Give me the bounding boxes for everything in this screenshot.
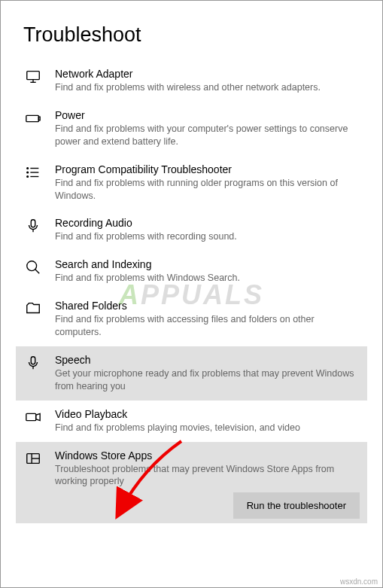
svg-marker-21 — [36, 413, 40, 420]
item-title: Network Adapter — [55, 68, 360, 80]
item-desc: Find and fix problems with recording sou… — [55, 230, 360, 243]
battery-icon — [23, 109, 43, 129]
troubleshooter-item-video-playback[interactable]: Video Playback Find and fix problems pla… — [23, 401, 360, 442]
item-title: Shared Folders — [55, 300, 360, 312]
item-desc: Find and fix problems with your computer… — [55, 123, 360, 148]
troubleshooter-item-speech[interactable]: Speech Get your microphone ready and fix… — [16, 346, 367, 401]
svg-rect-20 — [26, 413, 36, 420]
item-desc: Troubleshoot problems that may prevent W… — [55, 463, 360, 489]
svg-point-16 — [27, 261, 37, 271]
item-title: Windows Store Apps — [55, 449, 360, 462]
svg-rect-18 — [31, 357, 35, 364]
microphone-icon — [23, 354, 43, 373]
svg-point-12 — [27, 172, 29, 173]
svg-line-17 — [35, 270, 40, 274]
item-title: Recording Audio — [55, 217, 360, 229]
run-troubleshooter-button[interactable]: Run the troubleshooter — [233, 492, 360, 519]
svg-point-13 — [27, 175, 29, 177]
svg-rect-4 — [38, 117, 40, 120]
item-title: Video Playback — [55, 408, 360, 420]
svg-rect-14 — [31, 220, 35, 227]
svg-point-11 — [27, 167, 29, 169]
page-title: Troubleshoot — [23, 23, 360, 47]
item-desc: Find and fix problems with wireless and … — [55, 81, 360, 94]
svg-rect-3 — [26, 115, 39, 121]
monitor-icon — [23, 68, 43, 87]
item-title: Speech — [55, 354, 360, 366]
troubleshooter-item-windows-store-apps[interactable]: Windows Store Apps Troubleshoot problems… — [16, 442, 367, 524]
item-title: Power — [55, 109, 360, 121]
item-title: Program Compatibility Troubleshooter — [55, 163, 360, 175]
troubleshooter-item-power[interactable]: Power Find and fix problems with your co… — [23, 102, 360, 156]
troubleshooter-item-network-adapter[interactable]: Network Adapter Find and fix problems wi… — [23, 60, 360, 102]
footer-credit: wsxdn.com — [340, 577, 378, 586]
troubleshooter-item-search-indexing[interactable]: Search and Indexing Find and fix problem… — [23, 251, 360, 292]
search-icon — [23, 258, 43, 278]
microphone-icon — [23, 217, 43, 236]
troubleshooter-item-recording-audio[interactable]: Recording Audio Find and fix problems wi… — [23, 209, 360, 251]
svg-rect-0 — [27, 72, 40, 80]
video-icon — [23, 408, 43, 428]
item-desc: Get your microphone ready and fix proble… — [55, 367, 360, 393]
troubleshooter-item-shared-folders[interactable]: Shared Folders Find and fix problems wit… — [23, 292, 360, 346]
item-title: Search and Indexing — [55, 258, 360, 270]
item-desc: Find and fix problems with Windows Searc… — [55, 272, 360, 285]
list-icon — [23, 163, 43, 183]
folder-icon — [23, 300, 43, 319]
item-desc: Find and fix problems playing movies, te… — [55, 422, 360, 434]
item-desc: Find and fix problems with running older… — [55, 177, 360, 203]
apps-icon — [23, 449, 43, 469]
item-desc: Find and fix problems with accessing fil… — [55, 313, 360, 339]
troubleshooter-item-program-compatibility[interactable]: Program Compatibility Troubleshooter Fin… — [23, 156, 360, 210]
